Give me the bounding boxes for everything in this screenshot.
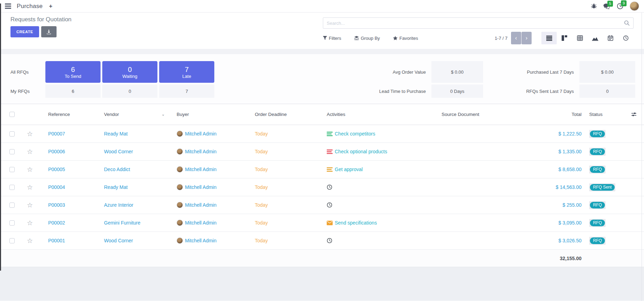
vendor-link[interactable]: Azure Interior — [104, 202, 133, 208]
list-view-button[interactable] — [541, 32, 557, 44]
activity-tasks-icon[interactable] — [327, 132, 333, 136]
search-icon[interactable] — [624, 20, 630, 26]
optional-columns-icon[interactable] — [631, 112, 637, 117]
activity-tasks-icon[interactable] — [327, 167, 333, 172]
table-row[interactable]: ☆ P00003 Azure Interior Mitchell Admin T… — [0, 196, 644, 214]
apps-menu-icon[interactable] — [4, 2, 12, 10]
buyer-link[interactable]: Mitchell Admin — [185, 184, 216, 190]
header-buyer[interactable]: Buyer — [174, 112, 251, 117]
row-checkbox[interactable] — [9, 238, 15, 243]
search-input[interactable] — [323, 18, 624, 28]
buyer-link[interactable]: Mitchell Admin — [185, 220, 216, 226]
schedule-activity-clock-icon[interactable] — [327, 202, 332, 208]
header-status[interactable]: Status — [586, 112, 623, 117]
search-bar[interactable] — [323, 17, 634, 29]
vendor-link[interactable]: Wood Corner — [104, 238, 133, 243]
favorite-star-icon[interactable]: ☆ — [27, 166, 33, 173]
tile-my-late[interactable]: 7 — [159, 85, 214, 98]
tile-to-send[interactable]: 6 To Send — [45, 61, 101, 83]
header-vendor[interactable]: Vendor ⌄ — [98, 112, 174, 117]
favorite-star-icon[interactable]: ☆ — [27, 184, 33, 191]
favorite-star-icon[interactable]: ☆ — [27, 130, 33, 138]
activities-clock-icon[interactable]: 9 — [617, 3, 623, 9]
buyer-link[interactable]: Mitchell Admin — [185, 131, 216, 137]
create-button[interactable]: CREATE — [10, 26, 39, 37]
calendar-view-button[interactable] — [603, 32, 618, 44]
reference-link[interactable]: P00001 — [48, 238, 65, 243]
reference-link[interactable]: P00006 — [48, 149, 65, 154]
buyer-link[interactable]: Mitchell Admin — [185, 202, 216, 208]
favorite-star-icon[interactable]: ☆ — [27, 237, 33, 244]
messages-count-badge: 5 — [607, 1, 613, 7]
vendor-link[interactable]: Ready Mat — [104, 184, 128, 190]
tile-my-waiting[interactable]: 0 — [102, 85, 157, 98]
reference-link[interactable]: P00003 — [48, 202, 65, 208]
pivot-view-button[interactable] — [572, 32, 587, 44]
reference-link[interactable]: P00002 — [48, 220, 65, 226]
reference-link[interactable]: P00007 — [48, 131, 65, 137]
tile-my-to-send[interactable]: 6 — [45, 85, 101, 98]
activity-link[interactable]: Send specifications — [335, 220, 377, 226]
messages-icon[interactable]: 5 — [603, 3, 610, 9]
buyer-link[interactable]: Mitchell Admin — [185, 149, 216, 154]
row-checkbox[interactable] — [9, 220, 15, 226]
pager-next-button[interactable]: › — [521, 32, 532, 44]
table-row[interactable]: ☆ P00007 Ready Mat Mitchell Admin Today … — [0, 125, 644, 143]
header-total[interactable]: Total — [542, 112, 586, 117]
window-left-edge — [0, 3, 1, 271]
vendor-link[interactable]: Deco Addict — [104, 167, 130, 172]
pager-previous-button[interactable]: ‹ — [511, 32, 521, 44]
activity-tasks-icon[interactable] — [327, 149, 333, 154]
activity-link[interactable]: Check competitors — [335, 131, 375, 137]
header-order-deadline[interactable]: Order Deadline — [251, 112, 323, 117]
activity-link[interactable]: Check optional products — [335, 149, 387, 154]
activity-view-button[interactable] — [618, 32, 634, 44]
vendor-link[interactable]: Gemini Furniture — [104, 220, 140, 226]
select-all-checkbox[interactable] — [9, 112, 15, 117]
header-source-document[interactable]: Source Document — [438, 112, 542, 117]
favorite-star-icon[interactable]: ☆ — [27, 201, 33, 209]
buyer-link[interactable]: Mitchell Admin — [185, 238, 216, 243]
favorite-star-icon[interactable]: ☆ — [27, 219, 33, 227]
filters-button[interactable]: Filters — [323, 36, 341, 41]
tile-waiting[interactable]: 0 Waiting — [102, 61, 157, 83]
app-title[interactable]: Purchase — [17, 3, 43, 10]
activity-link[interactable]: Get approval — [335, 167, 363, 172]
new-tab-button[interactable]: + — [47, 3, 54, 10]
export-button[interactable] — [41, 26, 57, 37]
total-amount: $ 3,095.00 — [558, 220, 582, 226]
kanban-view-button[interactable] — [557, 32, 572, 44]
vendor-link[interactable]: Wood Corner — [104, 149, 133, 154]
email-activity-envelope-icon[interactable] — [327, 221, 333, 225]
row-checkbox[interactable] — [9, 203, 15, 208]
schedule-activity-clock-icon[interactable] — [327, 184, 332, 190]
header-activities[interactable]: Activities — [323, 112, 438, 117]
reference-link[interactable]: P00005 — [48, 167, 65, 172]
row-checkbox[interactable] — [9, 149, 15, 154]
reference-link[interactable]: P00004 — [48, 184, 65, 190]
row-checkbox[interactable] — [9, 167, 15, 172]
status-badge: RFQ — [590, 202, 605, 208]
buyer-link[interactable]: Mitchell Admin — [185, 167, 216, 172]
table-row[interactable]: ☆ P00002 Gemini Furniture Mitchell Admin… — [0, 214, 644, 232]
graph-view-button[interactable] — [587, 32, 603, 44]
table-row[interactable]: ☆ P00006 Wood Corner Mitchell Admin Toda… — [0, 143, 644, 161]
table-row[interactable]: ☆ P00004 Ready Mat Mitchell Admin Today … — [0, 178, 644, 196]
schedule-activity-clock-icon[interactable] — [327, 238, 332, 243]
tile-late[interactable]: 7 Late — [159, 61, 214, 83]
favorites-button[interactable]: Favorites — [393, 36, 418, 41]
vendor-link[interactable]: Ready Mat — [104, 131, 128, 137]
row-checkbox[interactable] — [9, 131, 15, 137]
debug-bug-icon[interactable] — [591, 3, 597, 9]
view-switcher — [541, 32, 634, 44]
row-checkbox[interactable] — [9, 185, 15, 190]
panel-divider — [0, 49, 644, 54]
table-row[interactable]: ☆ P00001 Wood Corner Mitchell Admin Toda… — [0, 232, 644, 250]
list-view-icon — [546, 36, 552, 41]
favorite-star-icon[interactable]: ☆ — [27, 148, 33, 155]
order-deadline: Today — [255, 202, 268, 208]
header-reference[interactable]: Reference — [38, 112, 98, 117]
group-by-button[interactable]: Group By — [354, 36, 380, 41]
table-row[interactable]: ☆ P00005 Deco Addict Mitchell Admin Toda… — [0, 161, 644, 178]
user-avatar[interactable] — [630, 1, 639, 11]
